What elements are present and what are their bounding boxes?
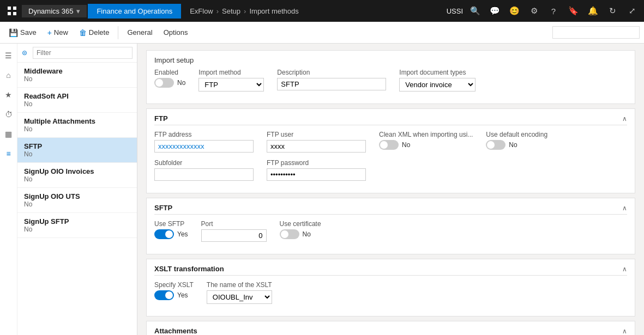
- emoji-icon[interactable]: 😊: [507, 3, 522, 19]
- item-sub: No: [24, 75, 130, 83]
- list-item[interactable]: Middleware No: [17, 63, 137, 88]
- use-cert-label: Use certificate: [280, 220, 321, 228]
- breadcrumb-import-methods[interactable]: Import methods: [249, 7, 298, 15]
- sidebar-star-icon[interactable]: ★: [1, 87, 16, 102]
- delete-button[interactable]: 🗑 Delete: [75, 26, 114, 39]
- port-input[interactable]: [201, 229, 267, 242]
- save-button[interactable]: 💾 Save: [4, 26, 41, 39]
- subfolder-input[interactable]: [154, 168, 254, 181]
- clean-xml-label: Clean XML when importing usi...: [379, 131, 473, 138]
- notification-icon[interactable]: 🔔: [585, 3, 600, 19]
- xslt-section-header: XSLT transformation ∧: [154, 265, 627, 276]
- ftp-password-input[interactable]: [267, 168, 366, 181]
- save-icon: 💾: [9, 28, 18, 37]
- list-items: Middleware No ReadSoft API No Multiple A…: [17, 63, 137, 335]
- settings-icon[interactable]: ⚙: [526, 3, 541, 19]
- attachments-collapse-icon[interactable]: ∧: [622, 327, 627, 335]
- port-field: Port: [201, 220, 267, 242]
- import-doc-types-select[interactable]: Vendor invoice Other: [399, 78, 476, 92]
- sidebar-list-icon[interactable]: ≡: [1, 146, 16, 161]
- list-filter-area: ⊜: [17, 44, 137, 63]
- main-layout: ☰ ⌂ ★ ⏱ ▦ ≡ ⊜ Middleware No ReadSoft API…: [0, 44, 644, 335]
- import-method-field: Import method FTP SFTP Email SharePoint: [198, 69, 264, 92]
- breadcrumb: ExFlow › Setup › Import methods: [190, 7, 299, 15]
- clean-xml-toggle[interactable]: [379, 140, 399, 150]
- sidebar-grid-icon[interactable]: ▦: [1, 126, 16, 142]
- list-item[interactable]: SignUp OIO UTS No: [17, 188, 137, 213]
- subfolder-field: Subfolder: [154, 159, 254, 181]
- use-default-encoding-label: Use default encoding: [486, 131, 547, 138]
- help-icon[interactable]: ?: [546, 3, 561, 19]
- svg-rect-3: [13, 12, 16, 15]
- xslt-collapse-icon[interactable]: ∧: [622, 265, 627, 273]
- xslt-row1: Specify XSLT Yes The name of the XSLT OI…: [154, 281, 627, 304]
- specify-xslt-toggle[interactable]: [154, 290, 174, 300]
- use-cert-value: No: [303, 230, 311, 238]
- ftp-collapse-icon[interactable]: ∧: [622, 115, 627, 123]
- sidebar-clock-icon[interactable]: ⏱: [1, 107, 16, 122]
- expand-icon[interactable]: ⤢: [624, 3, 640, 19]
- module-name[interactable]: Finance and Operations: [88, 4, 181, 19]
- import-method-select[interactable]: FTP SFTP Email SharePoint: [198, 78, 264, 92]
- attachments-section-title: Attachments: [154, 327, 197, 335]
- enabled-toggle-row: No: [154, 78, 185, 88]
- chat-icon[interactable]: 💬: [487, 3, 502, 19]
- attachments-section-header: Attachments ∧: [154, 327, 627, 335]
- item-name: Middleware: [24, 67, 130, 75]
- breadcrumb-sep1: ›: [216, 7, 219, 15]
- breadcrumb-exflow[interactable]: ExFlow: [190, 7, 213, 15]
- ftp-address-label: FTP address: [154, 131, 254, 138]
- brand-logo[interactable]: Dynamics 365 ▾: [22, 5, 87, 17]
- ftp-password-field: FTP password: [267, 159, 366, 181]
- use-default-encoding-field: Use default encoding No: [486, 131, 547, 153]
- use-cert-toggle[interactable]: [280, 229, 299, 239]
- subfolder-label: Subfolder: [154, 159, 254, 167]
- general-button[interactable]: General: [123, 26, 157, 39]
- item-name: SignUp OIO Invoices: [24, 167, 130, 175]
- options-button[interactable]: Options: [159, 26, 192, 39]
- apps-grid-icon[interactable]: [4, 3, 20, 19]
- new-label: New: [54, 28, 68, 36]
- refresh-icon[interactable]: ↻: [605, 3, 620, 19]
- search-nav-icon[interactable]: 🔍: [467, 3, 483, 19]
- name-of-xslt-select[interactable]: OIOUBL_Inv Other: [207, 290, 272, 304]
- use-sftp-toggle-row: Yes: [154, 229, 188, 239]
- toolbar-separator: [118, 26, 118, 39]
- new-button[interactable]: + New: [43, 26, 73, 39]
- item-name: SignUp SFTP: [24, 217, 130, 226]
- import-setup-area: Import setup Enabled No Import method FT…: [146, 50, 635, 104]
- sftp-row1: Use SFTP Yes Port Use certificate No: [154, 220, 627, 242]
- enabled-toggle[interactable]: [154, 78, 174, 88]
- list-item[interactable]: ReadSoft API No: [17, 88, 137, 113]
- sftp-collapse-icon[interactable]: ∧: [622, 204, 627, 212]
- user-name: USSI: [447, 7, 463, 15]
- item-sub: No: [24, 175, 130, 183]
- use-default-encoding-toggle[interactable]: [486, 140, 505, 150]
- sidebar-menu-icon[interactable]: ☰: [1, 48, 16, 63]
- use-sftp-field: Use SFTP Yes: [154, 220, 188, 242]
- breadcrumb-setup[interactable]: Setup: [222, 7, 240, 15]
- ftp-address-input[interactable]: [154, 140, 254, 153]
- list-item[interactable]: SignUp SFTP No: [17, 213, 137, 238]
- content-panel: Import setup Enabled No Import method FT…: [137, 44, 644, 335]
- list-item-sftp[interactable]: SFTP No: [17, 138, 137, 163]
- use-sftp-toggle[interactable]: [154, 229, 174, 239]
- general-label: General: [127, 28, 152, 36]
- ftp-user-field: FTP user: [267, 131, 366, 153]
- enabled-label: Enabled: [154, 69, 185, 76]
- svg-rect-1: [13, 7, 16, 10]
- item-sub: No: [24, 125, 130, 133]
- import-doc-types-label: Import document types: [399, 69, 476, 76]
- toolbar-search-area: [552, 26, 640, 39]
- filter-input[interactable]: [33, 47, 133, 59]
- description-input[interactable]: [277, 78, 386, 90]
- list-item[interactable]: Multiple Attachments No: [17, 113, 137, 138]
- ftp-address-field: FTP address: [154, 131, 254, 153]
- sidebar-home-icon[interactable]: ⌂: [1, 68, 16, 83]
- ftp-user-input[interactable]: [267, 140, 366, 153]
- search-input[interactable]: [552, 26, 640, 39]
- sftp-section-header: SFTP ∧: [154, 204, 627, 215]
- bookmark-icon[interactable]: 🔖: [565, 3, 581, 19]
- new-icon: +: [47, 28, 52, 37]
- list-item[interactable]: SignUp OIO Invoices No: [17, 163, 137, 188]
